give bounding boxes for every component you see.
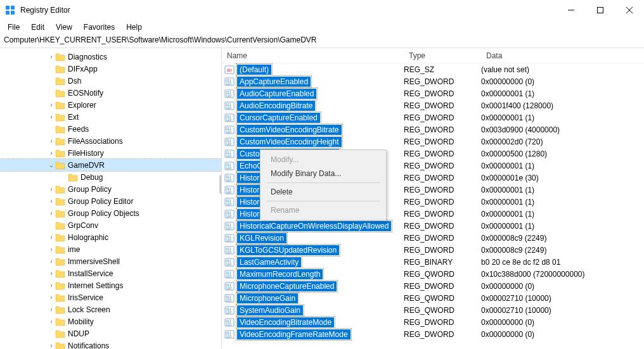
tree-item-mobility[interactable]: ›Mobility	[0, 315, 221, 327]
disclosure-icon[interactable]: ›	[48, 246, 55, 253]
disclosure-icon[interactable]: ›	[48, 186, 55, 193]
disclosure-icon[interactable]: ›	[48, 137, 55, 144]
tree-item-eosnotify[interactable]: EOSNotify	[0, 87, 221, 99]
tree-item-explorer[interactable]: ›Explorer	[0, 99, 221, 111]
value-row[interactable]: 011110MicrophoneCaptureEnabledREG_DWORD0…	[222, 280, 644, 292]
maximize-button[interactable]	[586, 0, 615, 20]
disclosure-icon[interactable]: ›	[48, 101, 55, 108]
close-button[interactable]	[615, 0, 644, 20]
value-type: REG_DWORD	[404, 101, 481, 110]
value-type: REG_DWORD	[404, 89, 481, 98]
value-row[interactable]: 011110HistoricalCaptureOnWirelessDisplay…	[222, 220, 644, 232]
tree-label: EOSNotify	[68, 89, 103, 98]
menu-favorites[interactable]: Favorites	[79, 22, 120, 33]
disclosure-icon[interactable]: ›	[48, 294, 55, 301]
value-name: VideoEncodingBitrateMode	[237, 317, 334, 327]
disclosure-icon[interactable]: ›	[48, 258, 55, 265]
menu-edit[interactable]: Edit	[26, 22, 49, 33]
binary-value-icon: 011110	[224, 113, 235, 123]
value-row[interactable]: 011110AudioEncodingBitrateREG_DWORD0x000…	[222, 99, 644, 111]
value-row[interactable]: 011110AudioCaptureEnabledREG_DWORD0x0000…	[222, 87, 644, 99]
list-header[interactable]: Name Type Data	[222, 48, 644, 63]
svg-text:110: 110	[226, 250, 232, 254]
value-row[interactable]: 011110CustomVideoEncodingBitrateREG_DWOR…	[222, 124, 644, 136]
tree-item-ime[interactable]: ›ime	[0, 243, 221, 255]
tree-label: Group Policy Editor	[68, 197, 133, 206]
value-row[interactable]: 011110MicrophoneGainREG_QWORD0x00002710 …	[222, 292, 644, 304]
svg-text:110: 110	[226, 214, 232, 218]
value-name: MicrophoneGain	[237, 293, 298, 303]
tree-label: Notifications	[68, 341, 109, 350]
tree-item-group-policy-editor[interactable]: ›Group Policy Editor	[0, 195, 221, 207]
list-pane[interactable]: Name Type Data ab(Default)REG_SZ(value n…	[222, 48, 644, 349]
disclosure-icon[interactable]: ›	[48, 234, 55, 241]
column-type[interactable]: Type	[409, 51, 486, 60]
binary-value-icon: 011110	[224, 257, 235, 267]
minimize-button[interactable]	[557, 0, 586, 20]
window-title: Registry Editor	[20, 6, 557, 15]
tree-item-lock-screen[interactable]: ›Lock Screen	[0, 303, 221, 315]
tree-item-diagnostics[interactable]: ›Diagnostics	[0, 51, 221, 63]
disclosure-icon[interactable]: ›	[48, 198, 55, 205]
disclosure-icon[interactable]: ›	[48, 113, 55, 120]
value-name: CustomVideoEncodingBitrate	[237, 125, 342, 135]
tree-item-dsh[interactable]: Dsh	[0, 75, 221, 87]
tree-item-grpconv[interactable]: GrpConv	[0, 219, 221, 231]
tree-item-notifications[interactable]: ›Notifications	[0, 339, 221, 349]
tree-pane[interactable]: ›DiagnosticsDIFxAppDshEOSNotify›Explorer…	[0, 48, 222, 349]
tree-item-debug[interactable]: Debug	[0, 171, 221, 183]
value-row[interactable]: 011110AppCaptureEnabledREG_DWORD0x000000…	[222, 75, 644, 87]
value-row[interactable]: 011110SystemAudioGainREG_QWORD0x00002710…	[222, 304, 644, 316]
value-row[interactable]: 011110KGLToGCSUpdatedRevisionREG_DWORD0x…	[222, 244, 644, 256]
tree-item-immersiveshell[interactable]: ›ImmersiveShell	[0, 255, 221, 267]
tree-item-feeds[interactable]: Feeds	[0, 123, 221, 135]
value-name: LastGameActivity	[237, 257, 301, 267]
value-row[interactable]: 011110VideoEncodingBitrateModeREG_DWORD0…	[222, 316, 644, 328]
value-row[interactable]: ab(Default)REG_SZ(value not set)	[222, 63, 644, 75]
value-row[interactable]: 011110VideoEncodingFrameRateModeREG_DWOR…	[222, 328, 644, 340]
column-data[interactable]: Data	[486, 51, 644, 60]
tree-label: FileAssociations	[68, 137, 123, 146]
disclosure-icon[interactable]: ›	[48, 282, 55, 289]
disclosure-icon[interactable]: ›	[48, 149, 55, 156]
value-row[interactable]: 011110CursorCaptureEnabledREG_DWORD0x000…	[222, 111, 644, 124]
disclosure-icon[interactable]: ›	[48, 342, 55, 349]
value-data: 0x00002710 (10000)	[481, 306, 644, 315]
tree-item-gamedvr[interactable]: ⌄GameDVR	[0, 159, 221, 171]
menu-file[interactable]: File	[3, 22, 25, 33]
tree-item-filehistory[interactable]: ›FileHistory	[0, 147, 221, 159]
disclosure-icon[interactable]: ›	[48, 318, 55, 325]
tree-item-internet-settings[interactable]: ›Internet Settings	[0, 279, 221, 291]
folder-icon	[55, 257, 65, 266]
disclosure-icon[interactable]: ›	[48, 306, 55, 313]
ctx-modify-binary-data[interactable]: Modify Binary Data...	[262, 167, 385, 181]
menu-view[interactable]: View	[51, 22, 77, 33]
tree-item-installservice[interactable]: ›InstallService	[0, 267, 221, 279]
value-row[interactable]: 011110MaximumRecordLengthREG_QWORD0x10c3…	[222, 268, 644, 280]
binary-value-icon: 011110	[224, 209, 235, 219]
folder-icon	[55, 329, 65, 338]
column-name[interactable]: Name	[222, 51, 409, 60]
menu-help[interactable]: Help	[121, 22, 147, 33]
value-row[interactable]: 011110CustomVideoEncodingHeightREG_DWORD…	[222, 136, 644, 148]
tree-item-group-policy-objects[interactable]: ›Group Policy Objects	[0, 207, 221, 219]
tree-item-holographic[interactable]: ›Holographic	[0, 231, 221, 243]
tree-item-fileassociations[interactable]: ›FileAssociations	[0, 135, 221, 147]
tree-item-ndup[interactable]: NDUP	[0, 327, 221, 339]
ctx-delete[interactable]: Delete	[262, 185, 385, 199]
tree-item-difxapp[interactable]: DIFxApp	[0, 63, 221, 75]
tree-label: Debug	[80, 173, 103, 182]
disclosure-icon[interactable]: ›	[48, 210, 55, 217]
address-bar[interactable]: Computer\HKEY_CURRENT_USER\Software\Micr…	[0, 34, 644, 48]
tree-item-group-policy[interactable]: ›Group Policy	[0, 183, 221, 195]
value-type: REG_DWORD	[404, 113, 481, 122]
svg-text:110: 110	[226, 82, 232, 86]
disclosure-icon[interactable]: ⌄	[48, 162, 55, 168]
disclosure-icon[interactable]: ›	[48, 53, 55, 60]
tree-item-irisservice[interactable]: ›IrisService	[0, 291, 221, 303]
tree-label: GrpConv	[68, 221, 98, 230]
disclosure-icon[interactable]: ›	[48, 270, 55, 277]
tree-item-ext[interactable]: ›Ext	[0, 111, 221, 123]
value-row[interactable]: 011110LastGameActivityREG_BINARYb0 20 ce…	[222, 256, 644, 268]
value-row[interactable]: 011110KGLRevisionREG_DWORD0x000008c9 (22…	[222, 232, 644, 244]
